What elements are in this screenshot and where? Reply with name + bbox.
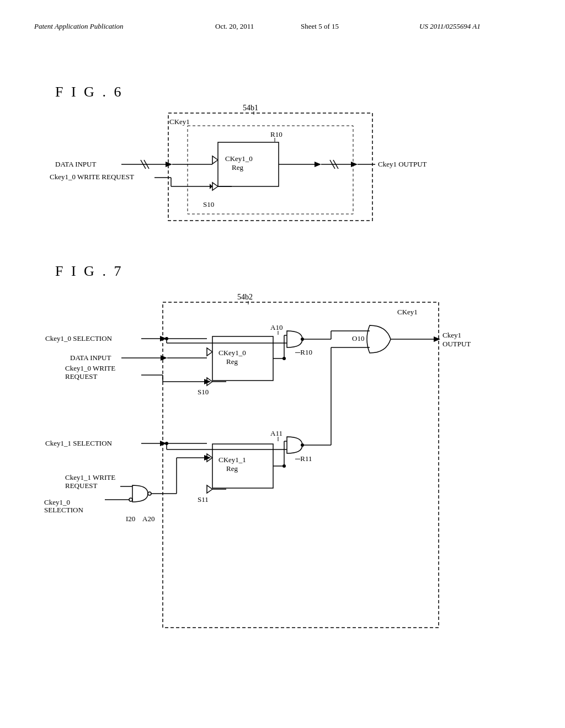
fig7-s11-tri [207,485,212,493]
fig7-i20-label: I20 [126,515,135,523]
fig7-o10-label: O10 [352,334,364,342]
fig7-ckey10-sel-lower-label2: SELECTION [44,506,83,514]
fig6-data-arrowhead [166,162,172,167]
fig6-reg-label1: CKey1_0 [225,154,253,163]
fig6-block-label: 54b1 [243,104,258,112]
fig6-s10-triangle [212,183,218,190]
fig7-ckey10-sel-lower-label1: Ckey1_0 [44,498,70,506]
fig7-ckey11-sel-label: Ckey1_1 SELECTION [45,439,113,447]
fig7-upper-reg-label1: CKey1_0 [218,349,246,357]
fig7-upper-junction [282,357,286,360]
fig7-lower-junction [282,464,286,468]
fig6-ckey-label: CKey1 [169,117,190,126]
fig7-block-label: 54b2 [237,293,253,301]
fig6-out-arrowhead2 [351,162,358,167]
fig7-data-arrowhead [161,355,167,361]
fig6-output-label: Ckey1 OUTPUT [378,160,427,168]
fig7-s11-label: S11 [198,495,209,504]
fig7-a11-label: A11 [270,429,282,437]
fig7-lower-reg-label1: CKey1_1 [218,456,246,464]
fig6-r10-label: R10 [270,130,282,138]
fig7-or-arrowhead [434,336,440,342]
fig6-reg-box [218,142,279,186]
fig7-lower-reg-label2: Reg [226,464,238,473]
fig6-s10-label: S10 [203,200,214,208]
header-patent: US 2011/0255694 A1 [419,22,481,30]
fig6-reg-label2: Reg [232,163,243,172]
header-date: Oct. 20, 2011 [215,22,254,30]
fig7-a10-label: A10 [270,323,282,331]
fig7-s10-label: S10 [198,388,209,396]
fig7-a20-bubble [148,492,151,495]
fig7-write-req-label1: Ckey1_0 WRITE [65,364,115,372]
header-left: Patent Application Publication [34,22,124,30]
fig7-and-a10 [287,331,302,347]
fig7-and-a11 [287,437,302,453]
fig7-label: F I G . 7 [55,263,123,279]
fig7-a20-input-bubble [129,498,132,501]
fig7-upper-ff-tri [207,348,212,356]
fig6-outer-box [168,113,372,221]
header-sheet: Sheet 5 of 15 [301,22,339,30]
fig6-out-arrowhead [315,162,321,167]
fig6-label: F I G . 6 [55,84,123,100]
fig7-ckey1-output-label2: OUTPUT [443,340,471,348]
fig7-or-o10 [367,325,391,353]
fig7-ckey11-write-label2: REQUEST [65,481,98,490]
fig7-r11-label: ─R11 [295,454,312,463]
fig7-ckey11-write-label1: Ckey1_1 WRITE [65,473,115,481]
fig6-ff-triangle [212,156,218,164]
fig7-upper-reg-label2: Reg [226,357,238,366]
fig6-write-req-label: Ckey1_0 WRITE REQUEST [50,173,134,181]
fig7-and-a20 [132,485,148,502]
fig7-lower-reg-box [212,444,273,488]
fig7-ckey10-sel-label: Ckey1_0 SELECTION [45,334,113,342]
fig7-r10-label: ─R10 [295,348,312,356]
fig7-ckey1-output-label1: Ckey1 [443,331,461,339]
fig7-ckey-label: CKey1 [397,308,418,316]
fig7-a20-label: A20 [142,515,154,523]
fig7-data-input-label: DATA INPUT [70,354,111,362]
fig7-write-req-label2: REQUEST [65,372,98,381]
fig6-data-input-label: DATA INPUT [55,160,96,168]
